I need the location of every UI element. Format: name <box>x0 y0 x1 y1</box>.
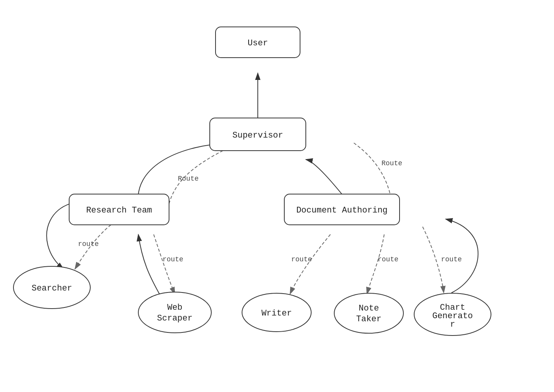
edge-document-notetaker-dashed <box>367 234 384 294</box>
edge-document-chart-dashed <box>423 227 444 293</box>
chart-generator-label-line3: r <box>450 320 455 329</box>
supervisor-label: Supervisor <box>232 131 283 140</box>
route-label-webscraper: route <box>163 256 183 263</box>
searcher-label: Searcher <box>32 284 72 293</box>
note-taker-node <box>334 293 403 333</box>
user-label: User <box>248 38 268 48</box>
route-label-searcher: route <box>78 240 99 248</box>
web-scraper-label-line2: Scraper <box>157 314 192 323</box>
route-label-chart: route <box>441 256 462 263</box>
edge-research-webscraper-dashed <box>154 234 175 294</box>
web-scraper-label-line1: Web <box>167 303 182 312</box>
route-label-notetaker: route <box>378 256 398 263</box>
web-scraper-node <box>138 292 211 333</box>
note-taker-label-line2: Taker <box>356 314 381 324</box>
diagram-canvas: Route Route route route route route rout… <box>0 0 554 392</box>
route-label-writer: route <box>291 256 312 263</box>
route-label-right: Route <box>381 159 402 167</box>
note-taker-label-line1: Note <box>359 304 379 313</box>
writer-label: Writer <box>261 309 292 318</box>
document-authoring-label: Document Authoring <box>296 206 388 215</box>
research-team-label: Research Team <box>86 206 152 215</box>
route-label-left: Route <box>178 175 199 183</box>
edge-document-writer-dashed <box>290 234 330 294</box>
edge-webscraper-research <box>138 234 159 294</box>
